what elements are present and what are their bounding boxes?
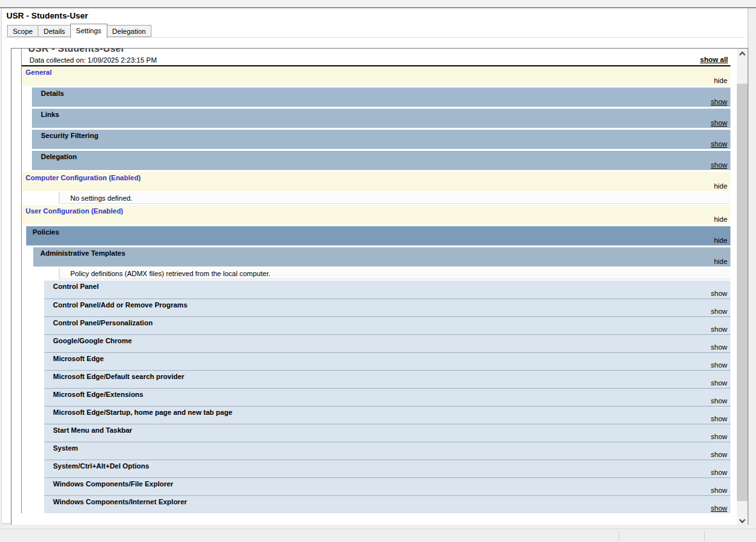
category-system-toggle[interactable]: show — [711, 451, 727, 458]
category-microsoft-edge-toggle[interactable]: show — [711, 361, 727, 369]
tab-details[interactable]: Details — [38, 25, 71, 37]
section-policies: Policies hide — [26, 226, 730, 245]
gpo-title: USR - Students-User — [6, 11, 88, 20]
scrollbar-thumb[interactable] — [737, 84, 748, 501]
category-personalization-toggle[interactable]: show — [711, 325, 727, 333]
general-item-links-toggle[interactable]: show — [711, 119, 727, 127]
section-general-toggle[interactable]: hide — [714, 77, 727, 84]
category-personalization: Control Panel/Personalization show — [44, 316, 730, 334]
category-google-chrome: Google/Google Chrome show — [44, 334, 730, 352]
settings-report: USR - Students-User Data collected on: 1… — [21, 49, 730, 513]
category-system: System show — [44, 442, 730, 460]
section-policies-toggle[interactable]: hide — [714, 236, 727, 244]
category-google-chrome-toggle[interactable]: show — [711, 343, 727, 351]
general-item-details: Details show — [32, 88, 730, 107]
status-bar-divider — [704, 531, 705, 541]
computer-config-message: No settings defined. — [59, 192, 730, 204]
tab-delegation[interactable]: Delegation — [107, 25, 152, 37]
status-bar — [0, 529, 756, 542]
section-administrative-templates-toggle[interactable]: hide — [714, 258, 727, 265]
category-ctrl-alt-del-options-toggle[interactable]: show — [711, 468, 727, 476]
general-item-security-filtering: Security Filtering show — [32, 130, 730, 149]
scrollbar-up-button[interactable] — [737, 49, 748, 59]
section-general: General hide — [22, 66, 730, 86]
section-computer-configuration-toggle[interactable]: hide — [714, 182, 727, 190]
category-file-explorer-toggle[interactable]: show — [711, 486, 727, 494]
general-item-security-filtering-toggle[interactable]: show — [711, 140, 727, 148]
category-microsoft-edge: Microsoft Edge show — [44, 352, 730, 370]
section-administrative-templates: Administrative Templates hide — [33, 247, 730, 267]
tab-settings[interactable]: Settings — [70, 24, 107, 38]
category-file-explorer: Windows Components/File Explorer show — [44, 477, 730, 495]
category-start-menu-taskbar: Start Menu and Taskbar show — [44, 424, 730, 442]
category-edge-default-search-provider-toggle[interactable]: show — [711, 379, 727, 387]
general-items: Details show Links show Security Filteri… — [32, 88, 730, 170]
general-item-delegation: Delegation show — [32, 151, 730, 170]
report-title-clipped: USR - Students-User — [22, 49, 730, 54]
section-user-configuration: User Configuration (Enabled) hide — [22, 205, 730, 224]
category-ctrl-alt-del-options: System/Ctrl+Alt+Del Options show — [44, 460, 730, 477]
section-computer-configuration: Computer Configuration (Enabled) hide — [22, 172, 730, 191]
general-item-delegation-toggle[interactable]: show — [711, 161, 727, 169]
gpo-pane: USR - Students-User Scope Details Settin… — [1, 8, 748, 524]
policy-category-list: Control Panel show Control Panel/Add or … — [44, 281, 730, 513]
category-add-or-remove-programs: Control Panel/Add or Remove Programs sho… — [44, 298, 730, 316]
general-item-links: Links show — [32, 109, 730, 128]
category-edge-extensions-toggle[interactable]: show — [711, 397, 727, 405]
category-edge-startup-home-newtab-toggle[interactable]: show — [711, 415, 727, 422]
category-edge-extensions: Microsoft Edge/Extensions show — [44, 388, 730, 406]
data-collected-row: Data collected on: 1/09/2025 2:23:15 PM … — [22, 54, 730, 66]
chevron-up-icon — [739, 52, 746, 58]
vertical-scrollbar[interactable] — [737, 49, 748, 527]
category-edge-startup-home-newtab: Microsoft Edge/Startup, home page and ne… — [44, 406, 730, 424]
data-collected-text: Data collected on: 1/09/2025 2:23:15 PM — [29, 56, 157, 64]
category-add-or-remove-programs-toggle[interactable]: show — [711, 307, 727, 315]
top-strip — [0, 0, 756, 7]
settings-report-frame: USR - Students-User Data collected on: 1… — [11, 48, 748, 527]
category-internet-explorer-toggle[interactable]: show — [711, 504, 727, 512]
admx-note: Policy definitions (ADMX files) retrieve… — [59, 268, 730, 279]
tab-bar: Scope Details Settings Delegation — [7, 24, 151, 37]
section-general-label: General — [26, 68, 52, 76]
general-item-details-toggle[interactable]: show — [711, 98, 727, 105]
category-control-panel: Control Panel show — [44, 281, 730, 298]
tab-baseline — [3, 37, 744, 38]
category-edge-default-search-provider: Microsoft Edge/Default search provider s… — [44, 370, 730, 388]
tab-scope[interactable]: Scope — [7, 25, 38, 37]
section-user-configuration-toggle[interactable]: hide — [714, 215, 727, 223]
category-internet-explorer: Windows Components/Internet Explorer sho… — [44, 495, 730, 513]
status-bar-divider — [619, 531, 619, 541]
show-all-link[interactable]: show all — [700, 56, 728, 64]
category-start-menu-taskbar-toggle[interactable]: show — [711, 433, 727, 440]
chevron-down-icon — [739, 517, 746, 523]
category-control-panel-toggle[interactable]: show — [711, 290, 727, 297]
